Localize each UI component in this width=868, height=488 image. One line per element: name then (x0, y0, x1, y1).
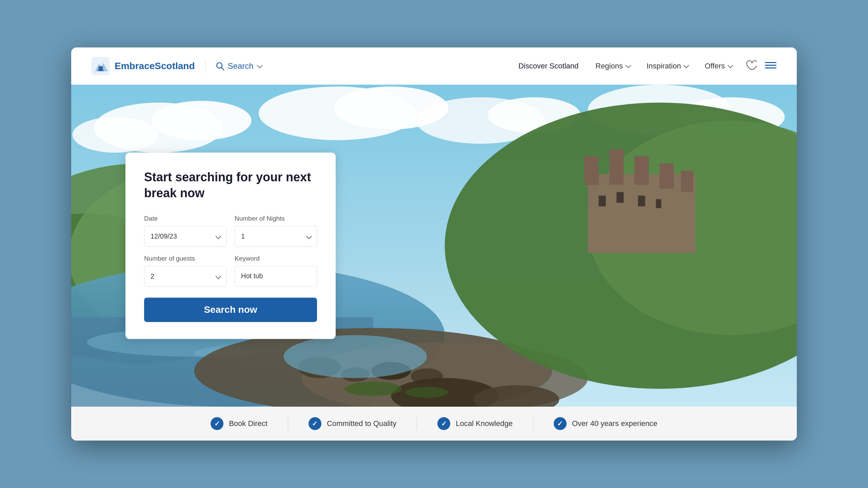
svg-point-13 (73, 117, 158, 153)
search-now-button[interactable]: Search now (144, 298, 317, 322)
search-card-title: Start searching for your next break now (144, 169, 317, 201)
nights-select[interactable]: 1 (235, 226, 317, 247)
favorites-button[interactable] (745, 60, 757, 72)
checkmark-icon: ✓ (214, 420, 220, 428)
svg-rect-37 (609, 149, 624, 185)
logo-icon (92, 57, 110, 75)
checkmark-icon-2: ✓ (312, 420, 318, 428)
guests-field-group: Number of guests 2 (144, 255, 226, 287)
form-row-guests-keyword: Number of guests 2 Keyword (144, 255, 317, 287)
nav-link-discover-scotland[interactable]: Discover Scotland (518, 62, 578, 70)
footer-item-quality: ✓ Committed to Quality (288, 417, 417, 430)
nav-links: Discover Scotland Regions Inspiration Of… (518, 62, 732, 70)
search-icon (216, 62, 224, 70)
nights-select-wrapper: 1 (235, 226, 317, 247)
browser-window: EmbraceScotland Search Discover Scotland… (71, 47, 797, 441)
navbar: EmbraceScotland Search Discover Scotland… (71, 47, 797, 85)
keyword-input[interactable] (235, 266, 317, 287)
form-row-date-nights: Date 12/09/23 Number of Nights 1 (144, 215, 317, 247)
search-button[interactable]: Search (216, 61, 261, 71)
svg-point-12 (151, 101, 252, 140)
guests-select-wrapper: 2 (144, 266, 226, 287)
svg-rect-40 (681, 170, 693, 192)
svg-rect-3 (99, 68, 102, 71)
check-circle-experience: ✓ (554, 417, 567, 430)
hamburger-menu-button[interactable] (765, 60, 776, 72)
date-select[interactable]: 12/09/23 (144, 226, 226, 247)
svg-line-6 (221, 67, 224, 70)
date-select-wrapper: 12/09/23 (144, 226, 226, 247)
svg-rect-38 (634, 156, 649, 185)
svg-point-47 (284, 335, 427, 378)
nav-icons (745, 60, 776, 72)
nav-divider (205, 59, 205, 73)
nav-link-offers[interactable]: Offers (705, 62, 732, 70)
svg-rect-9 (765, 67, 776, 68)
search-card: Start searching for your next break now … (125, 152, 336, 339)
keyword-label: Keyword (235, 255, 317, 262)
check-circle-book-direct: ✓ (211, 417, 223, 430)
nights-label: Number of Nights (235, 215, 317, 222)
svg-point-49 (406, 387, 449, 398)
svg-rect-39 (659, 163, 674, 188)
offers-chevron-icon (728, 62, 733, 68)
regions-chevron-icon (626, 62, 631, 68)
logo-text: EmbraceScotland (115, 61, 195, 72)
hamburger-icon (765, 60, 776, 71)
svg-rect-7 (765, 62, 776, 63)
inspiration-chevron-icon (684, 62, 689, 68)
svg-rect-42 (616, 192, 624, 203)
keyword-field-group: Keyword (235, 255, 317, 287)
guests-select[interactable]: 2 (144, 266, 226, 287)
svg-rect-8 (765, 65, 776, 66)
footer-item-book-direct: ✓ Book Direct (190, 417, 288, 430)
nights-field-group: Number of Nights 1 (235, 215, 317, 247)
date-label: Date (144, 215, 226, 222)
footer-trust-bar: ✓ Book Direct ✓ Committed to Quality ✓ L… (71, 407, 797, 441)
nav-link-inspiration[interactable]: Inspiration (647, 62, 688, 70)
heart-icon (745, 60, 757, 71)
hero-section: Start searching for your next break now … (71, 85, 797, 407)
guests-label: Number of guests (144, 255, 226, 262)
svg-point-48 (344, 382, 402, 396)
svg-rect-4 (98, 66, 103, 68)
svg-rect-36 (584, 156, 598, 185)
check-circle-local: ✓ (437, 417, 450, 430)
nav-link-regions[interactable]: Regions (595, 62, 630, 70)
checkmark-icon-4: ✓ (557, 420, 563, 428)
logo[interactable]: EmbraceScotland (92, 57, 195, 75)
date-field-group: Date 12/09/23 (144, 215, 226, 247)
svg-rect-43 (638, 196, 645, 206)
footer-item-local: ✓ Local Knowledge (417, 417, 533, 430)
search-chevron-icon (257, 62, 262, 68)
checkmark-icon-3: ✓ (441, 420, 447, 428)
svg-rect-41 (599, 196, 606, 206)
svg-rect-44 (656, 199, 661, 208)
svg-rect-35 (588, 174, 695, 253)
check-circle-quality: ✓ (309, 417, 321, 430)
footer-item-experience: ✓ Over 40 years experience (533, 417, 678, 430)
